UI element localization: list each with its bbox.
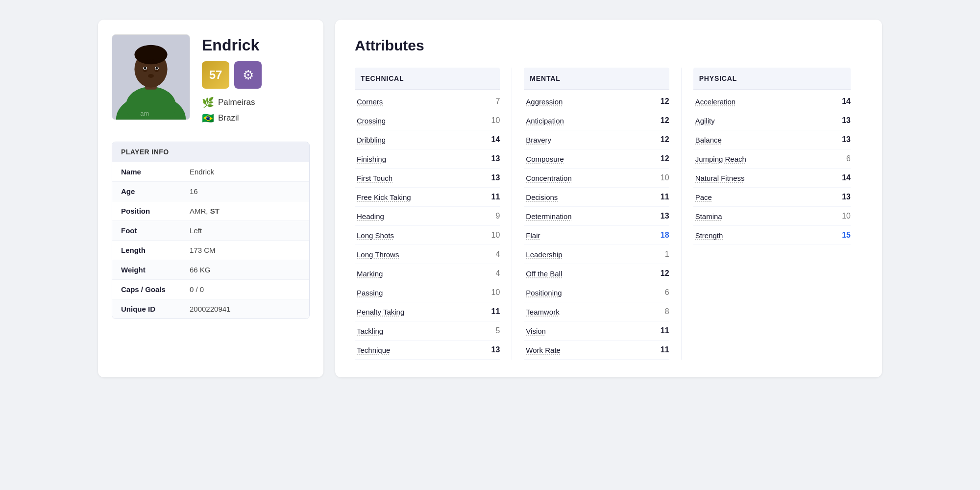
attr-value: 14	[837, 97, 851, 106]
attr-row: Leadership1	[524, 245, 669, 264]
player-photo: am	[112, 34, 190, 120]
attr-row: Aggression12	[524, 92, 669, 111]
attr-name: Marking	[357, 270, 383, 278]
attr-name: Finishing	[357, 155, 386, 163]
gear-icon: ⚙	[243, 68, 254, 83]
rating-badge: 57	[202, 61, 229, 89]
info-label: Weight	[121, 266, 190, 274]
attr-name: Free Kick Taking	[357, 193, 411, 201]
club-name: Palmeiras	[218, 98, 255, 107]
attr-row: Off the Ball12	[524, 264, 669, 283]
attr-value: 7	[486, 97, 500, 106]
info-value: Left	[190, 226, 202, 235]
attr-name: Bravery	[526, 136, 551, 144]
attr-row: Tackling5	[355, 321, 500, 341]
attr-name: Dribbling	[357, 136, 386, 144]
attributes-title: Attributes	[355, 37, 862, 54]
physical-rows: Acceleration14Agility13Balance13Jumping …	[693, 92, 851, 245]
attr-name: Teamwork	[526, 308, 559, 316]
info-row: PositionAMR, ST	[112, 201, 309, 220]
attr-value: 6	[656, 288, 669, 297]
attr-row: Corners7	[355, 92, 500, 111]
info-rows-container: NameEndrickAge16PositionAMR, STFootLeftL…	[112, 162, 309, 318]
attributes-grid: TECHNICAL Corners7Crossing10Dribbling14F…	[355, 68, 862, 360]
svg-text:am: am	[140, 110, 149, 117]
attr-row: Finishing13	[355, 149, 500, 169]
player-name: Endrick	[202, 36, 310, 54]
attr-row: Free Kick Taking11	[355, 188, 500, 207]
attr-name: Anticipation	[526, 117, 564, 125]
attr-name: Vision	[526, 327, 546, 335]
country-flag: 🇧🇷	[202, 112, 214, 124]
attr-row: Work Rate11	[524, 341, 669, 360]
attr-row: Heading9	[355, 207, 500, 226]
attr-row: Marking4	[355, 264, 500, 283]
attr-value: 12	[656, 97, 669, 106]
info-label: Length	[121, 246, 190, 254]
attr-value: 11	[486, 307, 500, 316]
mental-header: MENTAL	[524, 68, 669, 90]
attr-name: Pace	[695, 193, 712, 201]
attr-value: 10	[486, 288, 500, 297]
attr-row: Stamina10	[693, 207, 851, 226]
attr-row: Balance13	[693, 130, 851, 149]
attr-value: 12	[656, 135, 669, 144]
attr-row: Strength15	[693, 226, 851, 245]
svg-point-13	[155, 67, 158, 70]
attr-name: Natural Fitness	[695, 174, 745, 182]
attr-name: Balance	[695, 136, 722, 144]
attr-value: 18	[656, 231, 669, 240]
attr-value: 13	[486, 173, 500, 182]
attr-name: Corners	[357, 98, 383, 106]
attr-name: Concentration	[526, 174, 571, 182]
info-value: AMR, ST	[190, 207, 220, 215]
info-value: 2000220941	[190, 305, 230, 313]
physical-column: PHYSICAL Acceleration14Agility13Balance1…	[693, 68, 862, 360]
attr-value: 8	[656, 307, 669, 316]
club-row: 🌿 Palmeiras	[202, 97, 310, 108]
attr-name: Flair	[526, 231, 540, 240]
technical-rows: Corners7Crossing10Dribbling14Finishing13…	[355, 92, 500, 360]
attr-row: Passing10	[355, 283, 500, 302]
attr-name: Strength	[695, 231, 723, 240]
gear-badge[interactable]: ⚙	[234, 61, 262, 89]
attr-value: 11	[656, 193, 669, 201]
physical-header: PHYSICAL	[693, 68, 851, 90]
left-panel: am Endrick 57 ⚙ 🌿 Palmeiras 🇧🇷 Brazil	[98, 20, 323, 377]
attr-row: Crossing10	[355, 111, 500, 130]
info-row: Caps / Goals0 / 0	[112, 279, 309, 299]
attr-row: Natural Fitness14	[693, 169, 851, 188]
attr-name: Leadership	[526, 250, 562, 259]
attr-value: 6	[837, 154, 851, 163]
info-label: Foot	[121, 226, 190, 235]
attr-value: 14	[837, 173, 851, 182]
player-info-section: PLAYER INFO NameEndrickAge16PositionAMR,…	[112, 142, 310, 319]
info-value: 173 CM	[190, 246, 216, 254]
attr-name: Decisions	[526, 193, 558, 201]
attr-row: Technique13	[355, 341, 500, 360]
attr-value: 12	[656, 116, 669, 125]
player-info-header: PLAYER INFO	[112, 142, 309, 162]
attr-value: 4	[486, 250, 500, 259]
info-row: Weight66 KG	[112, 260, 309, 279]
attr-row: Composure12	[524, 149, 669, 169]
right-panel: Attributes TECHNICAL Corners7Crossing10D…	[335, 20, 882, 377]
info-row: FootLeft	[112, 220, 309, 240]
club-flag: 🌿	[202, 97, 214, 108]
attr-row: Vision11	[524, 321, 669, 341]
attr-row: Bravery12	[524, 130, 669, 149]
info-row: NameEndrick	[112, 162, 309, 181]
attr-row: Long Throws4	[355, 245, 500, 264]
attr-value: 11	[486, 193, 500, 201]
attr-name: Crossing	[357, 117, 386, 125]
attr-value: 13	[486, 154, 500, 163]
attr-name: Aggression	[526, 98, 563, 106]
info-row: Age16	[112, 181, 309, 201]
attr-name: Tackling	[357, 327, 383, 335]
player-header: am Endrick 57 ⚙ 🌿 Palmeiras 🇧🇷 Brazil	[112, 34, 310, 128]
attr-name: Positioning	[526, 289, 562, 297]
attr-name: Passing	[357, 289, 383, 297]
info-label: Age	[121, 187, 190, 196]
mental-column: MENTAL Aggression12Anticipation12Bravery…	[524, 68, 681, 360]
attr-value: 15	[837, 231, 851, 240]
